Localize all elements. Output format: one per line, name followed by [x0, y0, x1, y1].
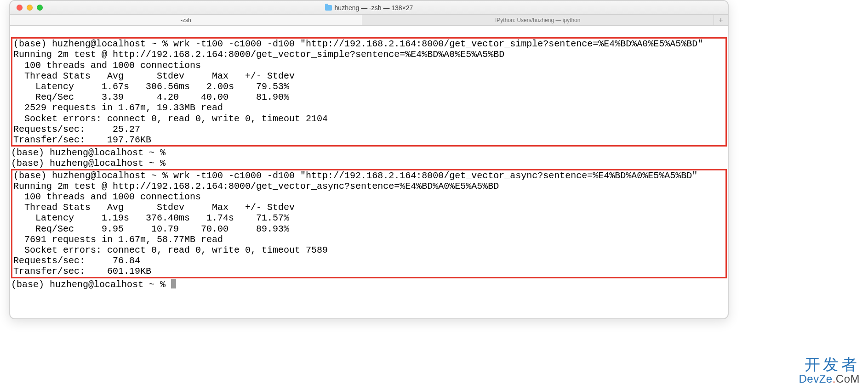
new-tab-button[interactable]: + [714, 15, 728, 25]
term-line: 100 threads and 1000 connections [13, 192, 201, 202]
highlight-box-1: (base) huzheng@localhost ~ % wrk -t100 -… [11, 37, 727, 147]
term-line: (base) huzheng@localhost ~ % [11, 279, 171, 290]
tab-zsh[interactable]: -zsh [10, 15, 362, 25]
term-line: Thread Stats Avg Stdev Max +/- Stdev [13, 202, 295, 213]
watermark: 开发者 DevZe.CoM [799, 356, 860, 384]
term-line: Req/Sec 3.39 4.20 40.00 81.90% [13, 92, 289, 102]
term-line: Running 2m test @ http://192.168.2.164:8… [13, 49, 504, 60]
term-line: Req/Sec 9.95 10.79 70.00 89.93% [13, 224, 289, 234]
term-line: (base) huzheng@localhost ~ % wrk -t100 -… [13, 170, 697, 181]
term-line: Requests/sec: 25.27 [13, 124, 140, 135]
close-icon[interactable] [17, 5, 23, 11]
term-line: Socket errors: connect 0, read 0, write … [13, 245, 328, 255]
highlight-box-2: (base) huzheng@localhost ~ % wrk -t100 -… [11, 169, 727, 278]
term-line: Socket errors: connect 0, read 0, write … [13, 113, 328, 124]
term-line: (base) huzheng@localhost ~ % [11, 147, 171, 158]
term-line: 7691 requests in 1.67m, 58.77MB read [13, 234, 223, 245]
term-line: Transfer/sec: 197.76KB [13, 135, 151, 145]
folder-icon [325, 5, 332, 11]
cursor-icon [171, 279, 176, 288]
term-line: 2529 requests in 1.67m, 19.33MB read [13, 102, 223, 113]
term-line: 100 threads and 1000 connections [13, 60, 201, 71]
maximize-icon[interactable] [37, 5, 43, 11]
watermark-line2: DevZe.CoM [799, 373, 860, 384]
term-line: Latency 1.19s 376.40ms 1.74s 71.57% [13, 213, 289, 223]
term-line: (base) huzheng@localhost ~ % wrk -t100 -… [13, 39, 703, 49]
terminal-window: huzheng — -zsh — 138×27 -zsh IPython: Us… [9, 0, 729, 319]
term-line: Thread Stats Avg Stdev Max +/- Stdev [13, 71, 295, 81]
term-line: Running 2m test @ http://192.168.2.164:8… [13, 181, 499, 192]
traffic-lights [17, 5, 43, 11]
watermark-line1: 开发者 [799, 356, 860, 373]
tab-label: IPython: Users/huzheng — ipython [495, 17, 580, 23]
tab-bar: -zsh IPython: Users/huzheng — ipython + [10, 15, 728, 26]
tab-ipython[interactable]: IPython: Users/huzheng — ipython [362, 15, 714, 25]
terminal-content[interactable]: (base) huzheng@localhost ~ % wrk -t100 -… [10, 26, 728, 301]
term-line: Transfer/sec: 601.19KB [13, 266, 151, 277]
minimize-icon[interactable] [27, 5, 33, 11]
term-line: (base) huzheng@localhost ~ % [11, 158, 171, 169]
tab-label: -zsh [181, 17, 191, 23]
title-bar: huzheng — -zsh — 138×27 [10, 1, 728, 15]
window-title-text: huzheng — -zsh — 138×27 [335, 4, 413, 11]
window-title: huzheng — -zsh — 138×27 [10, 4, 728, 11]
term-line: Requests/sec: 76.84 [13, 255, 140, 266]
term-line: Latency 1.67s 306.56ms 2.00s 79.53% [13, 81, 289, 92]
plus-icon: + [719, 16, 723, 24]
